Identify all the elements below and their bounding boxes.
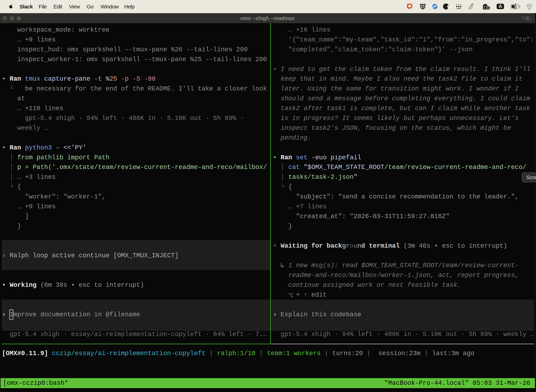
svg-text:1: 1: [530, 16, 532, 21]
svg-text:..61: ..61: [485, 6, 490, 10]
svg-text:A: A: [498, 4, 502, 9]
